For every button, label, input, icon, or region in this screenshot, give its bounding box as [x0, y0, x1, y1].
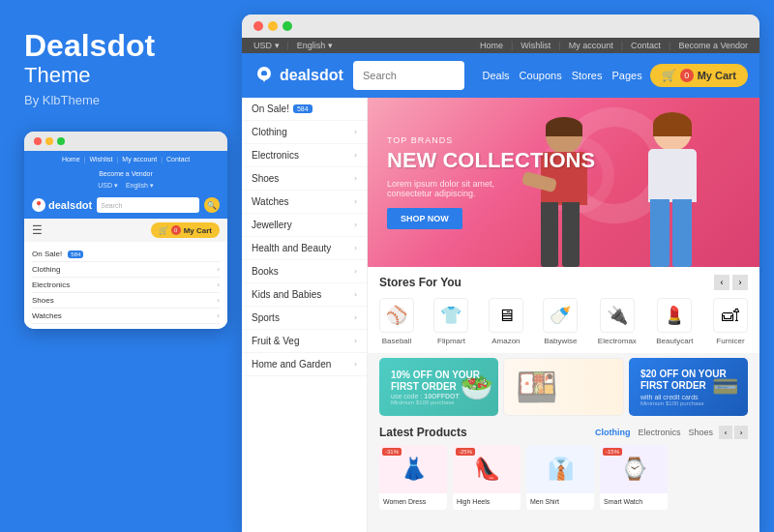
- mini-menu-electronics[interactable]: Electronics ›: [32, 278, 220, 293]
- promo-banner-1[interactable]: 10% OFF ON YOURFIRST ORDER use code : 10…: [379, 358, 498, 416]
- mini-chevron-right-icon: ›: [217, 265, 220, 274]
- hero-shop-now-button[interactable]: SHOP NOW: [387, 208, 462, 229]
- nav-deals[interactable]: Deals: [482, 70, 509, 81]
- util-currency[interactable]: USD ▾: [253, 41, 280, 50]
- nav-coupons[interactable]: Coupons: [520, 70, 562, 81]
- mini-cart-button[interactable]: 🛒 0 My Cart: [151, 222, 220, 238]
- sidebar-item-watches[interactable]: Watches ›: [242, 191, 367, 214]
- product-card-2[interactable]: 👠 -25% High Heels: [453, 445, 521, 510]
- latest-controls: Clothing Electronics Shoes ‹ ›: [595, 426, 748, 439]
- main-dot-green: [283, 21, 292, 31]
- stores-next-button[interactable]: ›: [732, 275, 748, 290]
- latest-tabs: Clothing Electronics Shoes: [595, 428, 713, 437]
- store-flipmart-icon: 👕: [433, 298, 468, 333]
- sidebar-item-jewellery[interactable]: Jewellery ›: [242, 214, 367, 237]
- promo-banner-2[interactable]: 🍱: [503, 358, 624, 416]
- latest-navigation: ‹ ›: [719, 426, 748, 439]
- sidebar-item-kids[interactable]: Kids and Babies ›: [242, 283, 367, 307]
- mini-menu-shoes[interactable]: Shoes ›: [32, 293, 220, 309]
- util-wishlist-link[interactable]: Wishlist: [521, 41, 551, 50]
- store-beautycart-label: Beautycart: [656, 337, 693, 345]
- promo-3-title: $20 OFF ON YOURFIRST ORDER: [640, 369, 727, 392]
- store-item-amazon[interactable]: 🖥 Amazon: [489, 298, 523, 345]
- stores-navigation: ‹ ›: [714, 275, 748, 290]
- mini-menu-clothing[interactable]: Clothing ›: [32, 262, 220, 278]
- mini-header: 📍 dealsdot Search 🔍: [24, 192, 227, 219]
- mini-nav-account: My account: [122, 156, 157, 163]
- mini-menu-onsale-label: On Sale! 584: [32, 250, 83, 258]
- mini-chevron-right-icon-4: ›: [217, 311, 220, 320]
- store-item-babywise[interactable]: 🍼 Babywise: [543, 298, 578, 345]
- tab-electronics[interactable]: Electronics: [638, 428, 680, 437]
- promo-1-min: Minimum $100 purchase: [391, 399, 480, 405]
- sidebar-item-shoes[interactable]: Shoes ›: [242, 167, 367, 191]
- util-account-link[interactable]: My account: [569, 41, 613, 50]
- latest-next-button[interactable]: ›: [734, 426, 748, 439]
- hero-girl-figure: [624, 112, 721, 267]
- stores-header: Stores For You ‹ ›: [379, 275, 748, 290]
- stores-grid: ⚾ Baseball 👕 Flipmart 🖥 Amazon 🍼 Babywis…: [379, 298, 748, 345]
- util-home-link[interactable]: Home: [480, 41, 503, 50]
- sidebar-item-electronics[interactable]: Electronics ›: [242, 144, 367, 167]
- mini-menu-electronics-label: Electronics: [32, 281, 70, 289]
- sidebar-books-label: Books: [252, 266, 279, 277]
- store-baseball-icon: ⚾: [379, 298, 414, 333]
- sidebar-item-fruit[interactable]: Fruit & Veg ›: [242, 330, 367, 353]
- mini-titlebar: [24, 132, 227, 151]
- store-item-electromax[interactable]: 🔌 Electromax: [598, 298, 637, 345]
- store-item-baseball[interactable]: ⚾ Baseball: [379, 298, 414, 345]
- product-1-image: 👗 -31%: [379, 445, 447, 493]
- latest-prev-button[interactable]: ‹: [719, 426, 732, 439]
- util-language[interactable]: English ▾: [297, 41, 333, 50]
- sidebar-sports-label: Sports: [252, 312, 280, 323]
- mini-menu-onsale[interactable]: On Sale! 584: [32, 247, 220, 262]
- tab-shoes[interactable]: Shoes: [688, 428, 713, 437]
- tab-clothing[interactable]: Clothing: [595, 428, 631, 437]
- sidebar-item-books[interactable]: Books ›: [242, 260, 367, 283]
- brand-by: By KlbTheme: [24, 93, 100, 107]
- mini-chevron-right-icon-2: ›: [217, 281, 220, 289]
- util-vendor-link[interactable]: Become a Vendor: [678, 41, 748, 50]
- promo-banner-3[interactable]: $20 OFF ON YOURFIRST ORDER with all cred…: [629, 358, 748, 416]
- sidebar-item-clothing[interactable]: Clothing ›: [242, 121, 367, 144]
- store-item-beautycart[interactable]: 💄 Beautycart: [656, 298, 693, 345]
- mini-search-button[interactable]: 🔍: [204, 197, 220, 213]
- main-browser: USD ▾ | English ▾ Home | Wishlist | My a…: [242, 15, 759, 532]
- mini-currency-row: Become a Vendor: [24, 167, 227, 180]
- mini-cart-label: My Cart: [184, 226, 212, 235]
- store-babywise-label: Babywise: [544, 337, 577, 345]
- latest-title: Latest Products: [379, 426, 467, 439]
- product-2-info: High Heels: [453, 493, 521, 510]
- cart-button[interactable]: 🛒 0 My Cart: [650, 64, 748, 87]
- mini-menu-watches[interactable]: Watches ›: [32, 309, 220, 324]
- store-item-flipmart[interactable]: 👕 Flipmart: [433, 298, 468, 345]
- nav-stores[interactable]: Stores: [572, 70, 603, 81]
- mini-dot-yellow: [45, 137, 53, 145]
- search-input[interactable]: [353, 70, 464, 81]
- onsale-badge: 584: [293, 104, 313, 113]
- util-contact-link[interactable]: Contact: [631, 41, 661, 50]
- stores-prev-button[interactable]: ‹: [714, 275, 729, 290]
- sidebar-chevron-icon-11: ›: [354, 360, 357, 369]
- product-card-1[interactable]: 👗 -31% Women Dress: [379, 445, 447, 510]
- product-card-3[interactable]: 👔 Men Shirt: [526, 445, 594, 510]
- logo-pin-icon: [253, 65, 275, 86]
- store-baseball-label: Baseball: [382, 337, 412, 345]
- sidebar-electronics-label: Electronics: [252, 150, 299, 161]
- sidebar-item-onsale[interactable]: On Sale! 584: [242, 98, 367, 121]
- site-search-bar[interactable]: 🔍: [353, 61, 464, 90]
- sidebar-homegarden-label: Home and Garden: [252, 359, 331, 369]
- product-card-4[interactable]: ⌚ -15% Smart Watch: [600, 445, 668, 510]
- mini-menu: On Sale! 584 Clothing › Electronics › Sh…: [24, 242, 227, 329]
- store-item-furnicer[interactable]: 🛋 Furnicer: [713, 298, 748, 345]
- util-left: USD ▾ | English ▾: [253, 41, 333, 50]
- sidebar-item-home-garden[interactable]: Home and Garden ›: [242, 353, 367, 376]
- cart-label: My Cart: [698, 70, 736, 81]
- hero-banner: TOP BRANDS NEW COLLECTIONS Lorem ipsum d…: [368, 98, 759, 267]
- promo-3-text: $20 OFF ON YOURFIRST ORDER with all cred…: [640, 369, 727, 406]
- sidebar-item-health[interactable]: Health and Beauty ›: [242, 237, 367, 260]
- sidebar-item-sports[interactable]: Sports ›: [242, 307, 367, 330]
- sidebar-kids-label: Kids and Babies: [252, 289, 321, 300]
- nav-pages[interactable]: Pages: [611, 70, 641, 81]
- mini-search-bar[interactable]: Search: [97, 197, 199, 213]
